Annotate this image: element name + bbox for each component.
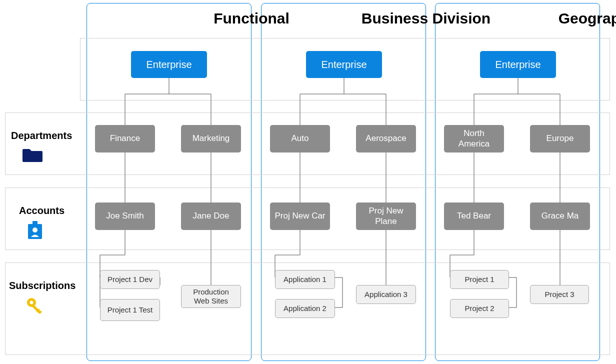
key-icon (25, 296, 45, 316)
account-node: Jane Doe (181, 202, 241, 230)
department-node: Aerospace (356, 125, 416, 152)
svg-rect-1 (32, 221, 38, 225)
subscription-node: Application 1 (275, 270, 335, 289)
folder-icon (22, 146, 42, 163)
subscription-node: Project 2 (450, 299, 509, 318)
department-node: North America (444, 125, 504, 152)
row-label-accounts: Accounts (19, 205, 64, 216)
subscription-node: Application 2 (275, 299, 335, 318)
subscription-node: Application 3 (356, 285, 416, 304)
department-node: Marketing (181, 125, 241, 152)
department-node: Auto (270, 125, 330, 152)
account-node: Grace Ma (530, 202, 590, 230)
svg-point-4 (30, 301, 34, 304)
subscription-node: Production Web Sites (181, 285, 241, 308)
row-label-subscriptions: Subscriptions (9, 280, 76, 292)
enterprise-node: Enterprise (306, 51, 382, 78)
enterprise-node: Enterprise (480, 51, 556, 78)
enterprise-node: Enterprise (131, 51, 207, 78)
column-title-geographic: Geographic (518, 10, 616, 27)
subscription-node: Project 1 (450, 270, 509, 289)
column-title-functional: Functional (169, 10, 334, 27)
subscription-node: Project 1 Dev (100, 270, 160, 289)
department-node: Finance (95, 125, 155, 152)
account-node: Ted Bear (444, 202, 504, 230)
account-node: Joe Smith (95, 202, 155, 230)
account-node: Proj New Car (270, 202, 330, 230)
badge-icon (26, 221, 44, 241)
column-title-business: Business Division (344, 10, 508, 27)
subscription-node: Project 3 (530, 285, 589, 304)
department-node: Europe (530, 125, 590, 152)
row-label-departments: Departments (11, 130, 72, 142)
account-node: Proj New Plane (356, 202, 416, 230)
svg-point-2 (32, 228, 38, 232)
subscription-node: Project 1 Test (100, 299, 160, 321)
